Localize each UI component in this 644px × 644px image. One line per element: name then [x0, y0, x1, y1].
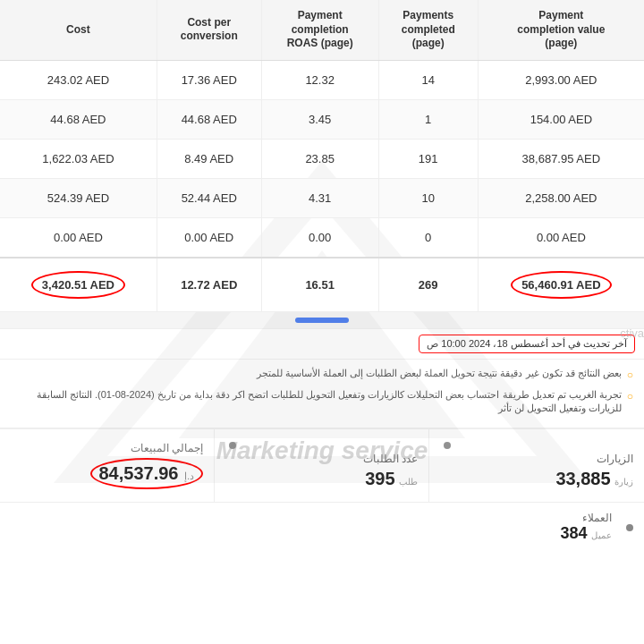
stat-total-sales: إجمالي المبيعات د.إ 84,537.96 [0, 429, 215, 502]
orders-label: عدد الطلبات [225, 453, 418, 465]
value-cell: 2,993.00 AED [478, 60, 644, 99]
cost-cell: 524.39 AED [0, 178, 157, 217]
completed-cell: 14 [378, 60, 478, 99]
col-payments-completed: Paymentscompleted(page) [378, 0, 478, 60]
completed-cell: 10 [378, 178, 478, 217]
scroll-bar [295, 318, 349, 323]
visits-unit: زيارة [614, 477, 633, 487]
col-cost: Cost [0, 0, 157, 60]
total-sales-value: 84,537.96 [99, 463, 179, 483]
customers-value-wrapper: عميل 384 [561, 524, 613, 543]
roas-cell: 23.85 [261, 139, 378, 178]
col-payment-completion-value: Paymentcompletion value(page) [478, 0, 644, 60]
total-cost-highlight: 3,420.51 AED [31, 271, 125, 299]
cpc-cell: 52.44 AED [157, 178, 261, 217]
notice-item-2: ○ تجربة الغريب تم تعديل طريقة احتساب بعض… [11, 388, 633, 416]
notice-item-1: ○ بعض النتائج قد تكون غير دقيقة نتيجة تح… [11, 367, 633, 383]
col-payment-completion-roas: PaymentcompletionROAS (page) [261, 0, 378, 60]
cpc-cell: 17.36 AED [157, 60, 261, 99]
activa-partial-text: ctiva [620, 326, 644, 340]
table-row: 1,622.03 AED 8.49 AED 23.85 191 38,687.9… [0, 139, 644, 178]
stats-section: إجمالي المبيعات د.إ 84,537.96 عدد الطلبا… [0, 428, 644, 502]
table-row: 243.02 AED 17.36 AED 12.32 14 2,993.00 A… [0, 60, 644, 99]
visits-value-wrapper: زيارة 33,885 [440, 469, 633, 489]
col-cost-per-conversion: Cost perconversion [157, 0, 261, 60]
notice-icon-2: ○ [627, 389, 633, 404]
data-table: Cost Cost perconversion Paymentcompletio… [0, 0, 644, 312]
customers-unit: عميل [591, 530, 612, 540]
cost-cell: 1,622.03 AED [0, 139, 157, 178]
table-row: 524.39 AED 52.44 AED 4.31 10 2,258.00 AE… [0, 178, 644, 217]
date-update-row: آخر تحديث في أحد أغسطس 18، 2024 10:00 ص [0, 328, 644, 359]
roas-cell: 0.00 [261, 217, 378, 258]
completed-cell: 0 [378, 217, 478, 258]
cpc-cell: 0.00 AED [157, 217, 261, 258]
date-update-box: آخر تحديث في أحد أغسطس 18، 2024 10:00 ص [419, 335, 635, 353]
main-table-section: Cost Cost perconversion Paymentcompletio… [0, 0, 644, 312]
customers-dot [626, 524, 633, 531]
cost-cell: 243.02 AED [0, 60, 157, 99]
value-cell: 38,687.95 AED [478, 139, 644, 178]
orders-value-wrapper: طلب 395 [225, 469, 418, 489]
total-value-highlight: 56,460.91 AED [511, 271, 611, 299]
total-sales-label: إجمالي المبيعات [11, 442, 203, 454]
roas-cell: 4.31 [261, 178, 378, 217]
cpc-cell: 8.49 AED [157, 139, 261, 178]
notice-icon-1: ○ [627, 368, 633, 383]
notice-text-2: تجربة الغريب تم تعديل طريقة احتساب بعض ا… [11, 388, 622, 416]
total-row: 3,420.51 AED 12.72 AED 16.51 269 56,460.… [0, 258, 644, 312]
stat-visits: الزيارات زيارة 33,885 [429, 429, 644, 502]
stat-orders: عدد الطلبات طلب 395 [215, 429, 429, 502]
notice-text-1: بعض النتائج قد تكون غير دقيقة نتيجة تحوي… [257, 367, 622, 380]
customers-value: 384 [561, 524, 588, 542]
customers-label: العملاء [561, 512, 613, 524]
table-row: 0.00 AED 0.00 AED 0.00 0 0.00 AED [0, 217, 644, 258]
value-cell: 2,258.00 AED [478, 178, 644, 217]
visits-dot [444, 442, 451, 449]
orders-unit: طلب [399, 477, 418, 487]
total-sales-value-wrapper: د.إ 84,537.96 [11, 458, 203, 489]
total-cost-cell: 3,420.51 AED [0, 258, 157, 312]
visits-label: الزيارات [440, 453, 633, 465]
total-cpc-cell: 12.72 AED [157, 258, 261, 312]
customers-row: العملاء عميل 384 [0, 502, 644, 552]
orders-value: 395 [365, 469, 394, 488]
notices-section: ○ بعض النتائج قد تكون غير دقيقة نتيجة تح… [0, 359, 644, 428]
scroll-indicator[interactable] [0, 312, 644, 328]
customers-info: العملاء عميل 384 [561, 512, 613, 543]
total-completed-cell: 269 [378, 258, 478, 312]
visits-value: 33,885 [555, 469, 610, 488]
total-sales-currency: د.إ [184, 470, 194, 481]
roas-cell: 12.32 [261, 60, 378, 99]
total-roas-cell: 16.51 [261, 258, 378, 312]
total-sales-circle: د.إ 84,537.96 [90, 458, 204, 489]
value-cell: 0.00 AED [478, 217, 644, 258]
cpc-cell: 44.68 AED [157, 99, 261, 139]
table-row: 44.68 AED 44.68 AED 3.45 1 154.00 AED [0, 99, 644, 139]
cost-cell: 44.68 AED [0, 99, 157, 139]
orders-dot [229, 442, 236, 449]
value-cell: 154.00 AED [478, 99, 644, 139]
completed-cell: 1 [378, 99, 478, 139]
total-value-cell: 56,460.91 AED [478, 258, 644, 312]
completed-cell: 191 [378, 139, 478, 178]
roas-cell: 3.45 [261, 99, 378, 139]
cost-cell: 0.00 AED [0, 217, 157, 258]
